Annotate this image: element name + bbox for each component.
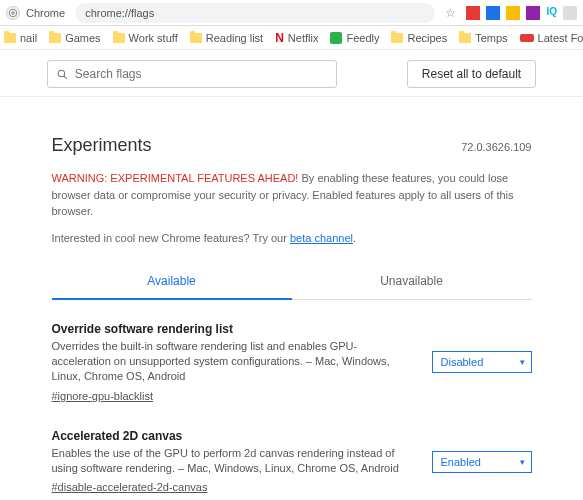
svg-point-1 (12, 11, 15, 14)
page-origin-label: Chrome (24, 7, 71, 19)
extension-icon[interactable] (486, 6, 500, 20)
tabs: Available Unavailable (52, 264, 532, 300)
chrome-icon (6, 6, 20, 20)
search-row: Reset all to default (0, 50, 583, 97)
folder-icon (113, 33, 125, 43)
flag-item: Override software rendering list Overrid… (52, 322, 532, 403)
bookmark-item[interactable]: Reading list (190, 32, 263, 44)
page-content: Reset all to default Experiments 72.0.36… (0, 50, 583, 500)
search-box[interactable] (47, 60, 337, 88)
search-input[interactable] (75, 67, 328, 81)
flag-select[interactable]: Disabled (432, 351, 532, 373)
beta-channel-link[interactable]: beta channel (290, 232, 353, 244)
bookmark-item[interactable]: NNetflix (275, 31, 318, 45)
warning-text: WARNING: EXPERIMENTAL FEATURES AHEAD! By… (52, 170, 532, 220)
bookmark-item[interactable]: Work stuff (113, 32, 178, 44)
extension-icon[interactable] (466, 6, 480, 20)
extension-icon[interactable] (563, 6, 577, 20)
bookmark-item[interactable]: Games (49, 32, 100, 44)
tab-available[interactable]: Available (52, 264, 292, 300)
bookmark-item[interactable]: Feedly (330, 32, 379, 44)
site-icon (520, 34, 534, 42)
flag-item: Accelerated 2D canvas Enables the use of… (52, 429, 532, 495)
folder-icon (190, 33, 202, 43)
url-text: chrome://flags (85, 7, 154, 19)
flag-select[interactable]: Enabled (432, 451, 532, 473)
reset-all-button[interactable]: Reset all to default (407, 60, 536, 88)
feedly-icon (330, 32, 342, 44)
folder-icon (4, 33, 16, 43)
flag-anchor-link[interactable]: #ignore-gpu-blacklist (52, 390, 154, 402)
flag-description: Enables the use of the GPU to perform 2d… (52, 446, 414, 477)
browser-toolbar: Chrome chrome://flags ☆ IQ (0, 0, 583, 26)
folder-icon (391, 33, 403, 43)
search-icon (56, 68, 69, 81)
extension-icons: IQ (466, 6, 577, 20)
svg-line-3 (64, 75, 67, 78)
bookmark-item[interactable]: Recipes (391, 32, 447, 44)
warning-prefix: WARNING: EXPERIMENTAL FEATURES AHEAD! (52, 172, 299, 184)
address-bar[interactable]: chrome://flags (75, 3, 435, 23)
flag-title: Override software rendering list (52, 322, 414, 336)
netflix-icon: N (275, 31, 284, 45)
bookmarks-bar: nail Games Work stuff Reading list NNetf… (0, 26, 583, 50)
page-title: Experiments (52, 135, 152, 156)
bookmark-item[interactable]: nail (4, 32, 37, 44)
svg-point-0 (9, 9, 17, 17)
bookmark-star-icon[interactable]: ☆ (445, 6, 456, 20)
bookmark-item[interactable]: Latest Football New… (520, 32, 583, 44)
tab-unavailable[interactable]: Unavailable (292, 264, 532, 299)
flag-title: Accelerated 2D canvas (52, 429, 414, 443)
svg-point-2 (58, 70, 64, 77)
flag-anchor-link[interactable]: #disable-accelerated-2d-canvas (52, 481, 208, 493)
version-label: 72.0.3626.109 (461, 141, 531, 153)
beta-channel-line: Interested in cool new Chrome features? … (52, 232, 532, 244)
onenote-icon[interactable] (526, 6, 540, 20)
iq-extension-icon[interactable]: IQ (546, 6, 557, 20)
folder-icon (459, 33, 471, 43)
bookmark-item[interactable]: Temps (459, 32, 507, 44)
extension-icon[interactable] (506, 6, 520, 20)
flag-description: Overrides the built-in software renderin… (52, 339, 414, 385)
folder-icon (49, 33, 61, 43)
